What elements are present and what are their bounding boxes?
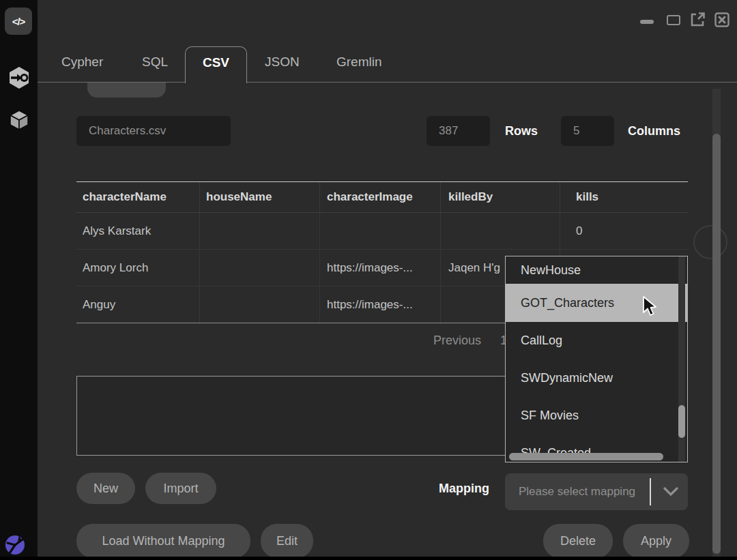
table-cell <box>440 213 560 249</box>
tab-csv[interactable]: CSV <box>185 46 247 83</box>
mouse-cursor <box>642 296 657 316</box>
tab-json[interactable]: JSON <box>265 55 300 70</box>
columns-count-input[interactable]: 5 <box>561 116 614 146</box>
edit-button[interactable]: Edit <box>261 524 313 558</box>
close-icon[interactable] <box>714 12 729 27</box>
table-row[interactable]: Alys Karstark 0 <box>76 213 688 250</box>
table-cell: Anguy <box>76 286 199 323</box>
ghost-circle <box>693 225 727 259</box>
table-cell <box>319 213 440 249</box>
new-button[interactable]: New <box>76 473 135 504</box>
rows-label: Rows <box>505 116 538 146</box>
dropdown-scrollbar-thumb[interactable] <box>678 405 685 438</box>
pagination-previous[interactable]: Previous <box>433 334 481 348</box>
dropdown-item-highlighted[interactable]: GOT_Characters <box>506 284 687 322</box>
partial-scrolled-button[interactable] <box>87 83 166 98</box>
tab-bar: Cypher SQL CSV JSON Gremlin <box>38 0 737 83</box>
import-button[interactable]: Import <box>145 473 216 504</box>
delete-button[interactable]: Delete <box>543 524 613 558</box>
rows-count-input[interactable]: 387 <box>427 116 490 146</box>
text-cursor <box>650 478 651 505</box>
tab-cypher[interactable]: Cypher <box>61 55 103 70</box>
code-icon[interactable]: </> <box>5 8 32 35</box>
maximize-icon[interactable] <box>667 15 680 25</box>
table-cell <box>199 286 319 323</box>
load-without-mapping-button[interactable]: Load Without Mapping <box>76 524 250 558</box>
dropdown-item[interactable]: SWDynamicNew <box>506 359 687 397</box>
column-header[interactable]: characterName <box>76 182 199 212</box>
columns-label: Columns <box>628 116 680 146</box>
mapping-select[interactable]: Please select mapping <box>505 473 688 510</box>
chevron-down-icon <box>663 487 678 497</box>
mapping-placeholder: Please select mapping <box>505 485 635 499</box>
filename-input[interactable]: Characters.csv <box>76 116 231 146</box>
column-header[interactable]: characterImage <box>319 182 440 212</box>
table-cell: https://images-... <box>319 286 440 323</box>
window-bottom-edge <box>0 557 737 560</box>
minimize-icon[interactable] <box>640 20 654 24</box>
open-external-icon[interactable] <box>690 12 706 27</box>
table-cell: Amory Lorch <box>76 250 199 286</box>
table-cell <box>199 213 319 249</box>
table-cell: 0 <box>560 213 688 249</box>
apply-button[interactable]: Apply <box>623 524 689 558</box>
tab-gremlin[interactable]: Gremlin <box>336 55 382 70</box>
left-sidebar: </> <box>0 0 38 560</box>
dropdown-hscrollbar-thumb[interactable] <box>509 453 663 460</box>
tab-csv-label: CSV <box>186 55 246 70</box>
app-window: Cypher SQL CSV JSON Gremlin Characters.c… <box>0 0 737 560</box>
scrollbar-thumb[interactable] <box>712 134 721 554</box>
dropdown-item[interactable]: NewHouse <box>506 256 687 284</box>
column-header[interactable]: houseName <box>199 182 319 212</box>
column-header[interactable]: killedBy <box>440 182 560 212</box>
app-logo[interactable] <box>4 534 26 556</box>
dropdown-item[interactable]: CallLog <box>506 322 687 359</box>
table-cell <box>199 250 319 286</box>
dropdown-item[interactable]: SF Movies <box>506 397 687 434</box>
table-header-row: characterName houseName characterImage k… <box>76 182 688 213</box>
mapping-label: Mapping <box>439 473 489 504</box>
table-cell: Alys Karstark <box>76 213 199 249</box>
column-header[interactable]: kills <box>560 182 688 212</box>
graph-import-icon[interactable] <box>7 65 31 90</box>
table-cell: https://images-... <box>319 250 440 286</box>
tab-sql[interactable]: SQL <box>142 55 168 70</box>
mapping-dropdown-list: NewHouse GOT_Characters CallLog SWDynami… <box>505 256 688 462</box>
cube-icon[interactable] <box>7 108 31 132</box>
